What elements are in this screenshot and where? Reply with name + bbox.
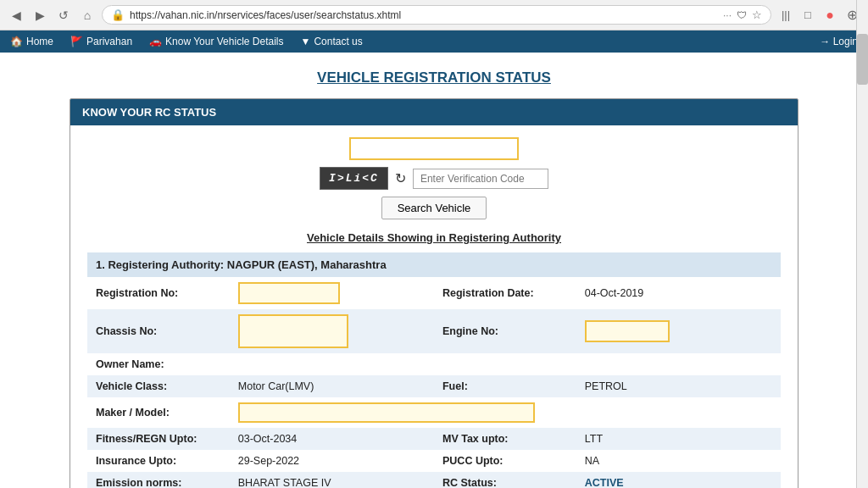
mv-tax-value: LTT	[576, 428, 781, 450]
fuel-label: Fuel:	[434, 375, 576, 397]
table-row: Maker / Model:	[87, 397, 781, 428]
reg-date-value: 04-Oct-2019	[576, 277, 781, 309]
bookmarks-button[interactable]: |||	[776, 6, 795, 25]
vehicle-class-label: Vehicle Class:	[87, 375, 230, 397]
pucc-value: NA	[576, 450, 781, 472]
fitness-value: 03-Oct-2034	[230, 428, 434, 450]
mv-tax-label: MV Tax upto:	[434, 428, 576, 450]
more-icon: ···	[723, 9, 732, 21]
rc-status-badge: ACTIVE	[585, 477, 624, 488]
browser-chrome: ◀ ▶ ↺ ⌂ 🔒 https://vahan.nic.in/nrservice…	[0, 0, 868, 30]
login-arrow-icon: →	[820, 36, 830, 47]
dropdown-icon: ▼	[301, 36, 311, 47]
panel-body: I>Li<C ↻ Search Vehicle Vehicle Details …	[70, 125, 798, 488]
reg-no-value	[230, 277, 434, 309]
main-panel: KNOW YOUR RC STATUS I>Li<C ↻ Search Vehi…	[70, 98, 798, 488]
captcha-image: I>Li<C	[320, 167, 388, 190]
reg-no-box	[238, 282, 340, 304]
home-icon: 🏠	[10, 36, 23, 47]
fitness-label: Fitness/REGN Upto:	[87, 428, 230, 450]
registration-input[interactable]	[349, 137, 519, 160]
nav-home[interactable]: 🏠 Home	[10, 36, 53, 47]
shield-icon: 🛡	[737, 9, 747, 21]
search-form: I>Li<C ↻ Search Vehicle	[87, 137, 781, 219]
tabs-button[interactable]: □	[798, 6, 817, 25]
chassis-no-value	[230, 309, 434, 353]
page-content: VEHICLE REGISTRATION STATUS KNOW YOUR RC…	[0, 53, 868, 488]
parivahan-icon: 🚩	[70, 36, 83, 47]
star-icon[interactable]: ☆	[752, 8, 762, 21]
table-row: Emission norms: BHARAT STAGE IV RC Statu…	[87, 472, 781, 488]
reg-authority-label: 1. Registering Authority:	[96, 258, 224, 271]
page-title: VEHICLE REGISTRATION STATUS	[17, 69, 851, 86]
fuel-value: PETROL	[576, 375, 781, 397]
captcha-input[interactable]	[413, 169, 548, 189]
table-row: Registration No: Registration Date: 04-O…	[87, 277, 781, 309]
chassis-no-label: Chassis No:	[87, 309, 230, 353]
vehicle-class-value: Motor Car(LMV)	[230, 375, 434, 397]
nav-login[interactable]: → Login	[820, 36, 858, 47]
vehicle-data-table: Registration No: Registration Date: 04-O…	[87, 277, 781, 488]
table-row: Owner Name:	[87, 353, 781, 375]
table-row: Fitness/REGN Upto: 03-Oct-2034 MV Tax up…	[87, 428, 781, 450]
nav-know-vehicle[interactable]: 🚗 Know Your Vehicle Details	[149, 36, 283, 47]
address-bar: 🔒 https://vahan.nic.in/nrservices/faces/…	[102, 5, 771, 25]
back-button[interactable]: ◀	[7, 6, 25, 25]
reg-date-label: Registration Date:	[434, 277, 576, 309]
empty-value	[576, 353, 781, 375]
maker-model-label: Maker / Model:	[87, 397, 230, 428]
profile-button[interactable]: ●	[821, 6, 839, 25]
reg-authority-value: NAGPUR (EAST), Maharashtra	[227, 258, 387, 271]
site-nav: 🏠 Home 🚩 Parivahan 🚗 Know Your Vehicle D…	[0, 30, 868, 53]
engine-no-box	[585, 320, 670, 342]
engine-no-label: Engine No:	[434, 309, 576, 353]
panel-header: KNOW YOUR RC STATUS	[70, 99, 798, 125]
engine-no-value	[576, 309, 781, 353]
rc-status-label: RC Status:	[434, 472, 576, 488]
home-button[interactable]: ⌂	[78, 6, 97, 25]
table-row: Insurance Upto: 29-Sep-2022 PUCC Upto: N…	[87, 450, 781, 472]
insurance-value: 29-Sep-2022	[230, 450, 434, 472]
reload-button[interactable]: ↺	[54, 6, 73, 25]
scrollbar[interactable]	[856, 0, 868, 488]
nav-parivahan[interactable]: 🚩 Parivahan	[70, 36, 132, 47]
owner-name-value	[230, 353, 434, 375]
refresh-captcha-icon[interactable]: ↻	[395, 170, 406, 186]
maker-model-value	[230, 397, 781, 428]
captcha-row: I>Li<C ↻	[320, 167, 548, 190]
chassis-no-box	[238, 314, 348, 348]
emission-label: Emission norms:	[87, 472, 230, 488]
browser-actions: ||| □ ● ⊕	[776, 6, 861, 25]
car-icon: 🚗	[149, 36, 162, 47]
maker-model-box	[238, 402, 535, 423]
insurance-label: Insurance Upto:	[87, 450, 230, 472]
rc-status-value: ACTIVE	[576, 472, 781, 488]
emission-value: BHARAT STAGE IV	[230, 472, 434, 488]
details-subtitle: Vehicle Details Showing in Registering A…	[87, 231, 781, 244]
forward-button[interactable]: ▶	[31, 6, 49, 25]
table-row: Chassis No: Engine No:	[87, 309, 781, 353]
reg-no-label: Registration No:	[87, 277, 230, 309]
lock-icon: 🔒	[111, 8, 125, 21]
owner-name-label: Owner Name:	[87, 353, 230, 375]
search-vehicle-button[interactable]: Search Vehicle	[381, 197, 487, 219]
nav-contact[interactable]: ▼ Contact us	[301, 36, 363, 47]
scrollbar-thumb[interactable]	[857, 34, 868, 85]
registering-authority: 1. Registering Authority: NAGPUR (EAST),…	[87, 252, 781, 277]
pucc-label: PUCC Upto:	[434, 450, 576, 472]
url-text: https://vahan.nic.in/nrservices/faces/us…	[130, 9, 718, 21]
table-row: Vehicle Class: Motor Car(LMV) Fuel: PETR…	[87, 375, 781, 397]
empty-label	[434, 353, 576, 375]
